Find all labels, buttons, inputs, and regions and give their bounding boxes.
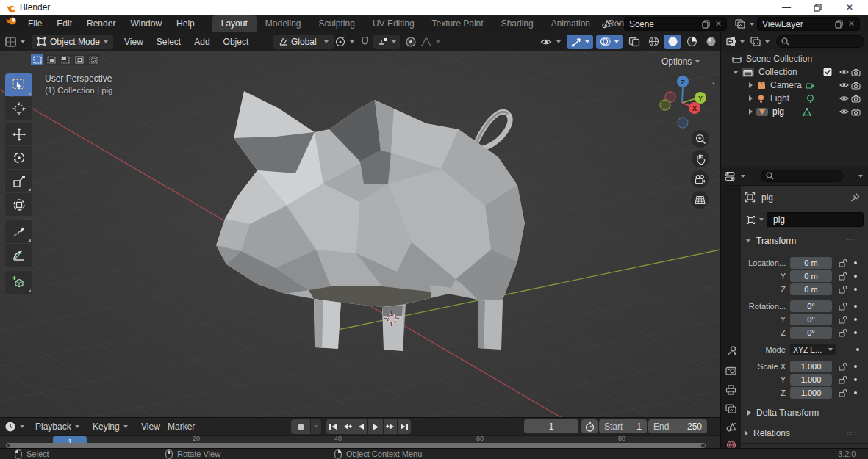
lock-open-icon[interactable] [838,302,847,311]
outliner-row-collection[interactable]: Collection [721,65,868,79]
shading-material-button[interactable] [683,35,700,49]
timeline-ruler[interactable]: 20 40 60 80 1 [0,435,720,449]
tab-view-layer[interactable] [721,400,741,417]
pin-icon[interactable] [850,192,860,202]
hide-eye-icon[interactable] [839,68,849,76]
shading-solid-button[interactable] [664,35,681,49]
lock-open-icon[interactable] [838,375,847,384]
object-name-input[interactable]: pig [767,212,864,227]
rotation-z-field[interactable]: 0° [790,327,832,339]
pivot-point-dropdown[interactable] [334,36,354,48]
view-layer-icon[interactable] [735,19,754,29]
select-mode-new-button[interactable] [31,54,43,65]
relations-panel-header[interactable]: Relations [745,428,790,438]
location-x-field[interactable]: 0 m [790,257,832,269]
gizmos-toggle[interactable] [567,35,593,49]
lock-open-icon[interactable] [838,285,847,294]
timeline-scrollbar[interactable] [6,443,706,448]
menu-playback[interactable]: Playback [35,422,79,432]
use-preview-range-button[interactable] [581,419,598,433]
outliner-row-scene-collection[interactable]: Scene Collection [721,52,868,65]
animate-dot[interactable] [854,391,857,394]
3d-viewport[interactable]: User Perspective (1) Collection | pig Op… [0,51,720,417]
tab-scene[interactable] [721,418,741,435]
menu-marker[interactable]: Marker [168,422,195,432]
camera-view-button[interactable] [691,170,709,188]
minimize-button[interactable]: — [775,0,797,15]
animate-dot[interactable] [854,288,857,291]
scale-z-field[interactable]: 1.000 [790,387,832,399]
frame-start-field[interactable]: Start1 [599,419,647,433]
tool-transform[interactable] [5,193,32,216]
tab-layout[interactable]: Layout [212,15,257,32]
mode-dropdown[interactable]: Object Mode [32,35,113,49]
tool-scale[interactable] [5,170,32,192]
panel-grip-icon[interactable]: ∷∷ [847,430,857,437]
rotation-y-field[interactable]: 0° [790,314,832,325]
tab-animation[interactable]: Animation [542,15,599,32]
menu-view[interactable]: View [118,37,150,47]
scene-icon[interactable] [601,19,621,29]
select-mode-subtract-button[interactable] [59,54,71,65]
transform-panel-header[interactable]: Transform [746,236,796,246]
delta-transform-panel-header[interactable]: Delta Transform [747,408,819,418]
lock-open-icon[interactable] [838,362,847,371]
zoom-button[interactable] [692,130,709,148]
play-reverse-button[interactable] [354,419,367,434]
rotation-mode-dropdown[interactable]: XYZ E... [790,344,836,355]
menu-render[interactable]: Render [79,15,123,32]
tool-rotate[interactable] [5,146,32,169]
menu-file[interactable]: File [21,15,49,32]
jump-to-end-button[interactable] [398,419,411,434]
animate-dot[interactable] [854,378,857,381]
tab-texture-paint[interactable]: Texture Paint [423,15,492,32]
expand-arrow-icon[interactable] [749,109,753,115]
disable-render-camera-icon[interactable] [851,82,861,90]
play-button[interactable] [368,419,383,434]
menu-select[interactable]: Select [150,37,187,47]
outliner-row-pig[interactable]: pig [721,105,868,118]
lock-open-icon[interactable] [838,315,847,324]
timeline-editor-type-button[interactable] [4,421,24,433]
location-y-field[interactable]: 0 m [790,270,832,282]
menu-help[interactable]: Help [169,15,202,32]
transform-orientation-dropdown[interactable]: Global [273,35,334,49]
keying-set-dropdown[interactable] [311,419,321,434]
menu-window[interactable]: Window [123,15,169,32]
select-mode-intersect-button[interactable] [87,54,99,65]
options-dropdown[interactable]: Options [661,57,700,67]
location-z-field[interactable]: 0 m [790,283,832,295]
rotation-x-field[interactable]: 0° [790,300,832,312]
tab-uv-editing[interactable]: UV Editing [364,15,423,32]
scale-y-field[interactable]: 1.000 [790,374,832,386]
menu-add[interactable]: Add [187,37,216,47]
proportional-falloff-dropdown[interactable] [420,37,440,47]
lock-open-icon[interactable] [838,388,847,397]
panel-grip-icon[interactable]: ∷∷ [847,237,857,245]
tool-measure[interactable] [5,244,32,267]
axis-gizmo[interactable]: Z Y X [659,73,708,132]
hide-eye-icon[interactable] [839,95,849,102]
outliner-display-mode-dropdown[interactable] [750,37,770,46]
tool-add-primitive[interactable] [5,271,32,294]
restore-button[interactable] [806,0,828,15]
show-object-types-dropdown[interactable] [540,37,561,47]
menu-view-timeline[interactable]: View [141,422,160,432]
animate-dot[interactable] [854,331,857,334]
lock-open-icon[interactable] [838,259,847,267]
scale-x-field[interactable]: 1.000 [790,361,832,372]
menu-keying[interactable]: Keying [93,422,128,432]
properties-search-input[interactable] [761,170,843,182]
next-keyframe-button[interactable] [384,419,397,434]
tool-annotate[interactable] [5,220,32,243]
select-mode-invert-button[interactable] [73,54,85,65]
snap-target-dropdown[interactable] [373,35,400,49]
outliner-row-light[interactable]: Light [721,92,868,105]
remove-view-layer-icon[interactable]: ✕ [848,19,855,29]
disable-render-camera-icon[interactable] [851,95,861,103]
animate-dot[interactable] [856,348,859,351]
pan-hand-button[interactable] [692,150,709,167]
pig-mesh-object[interactable] [206,66,529,353]
object-id-dropdown[interactable] [743,212,767,227]
frame-end-field[interactable]: End250 [648,419,707,433]
